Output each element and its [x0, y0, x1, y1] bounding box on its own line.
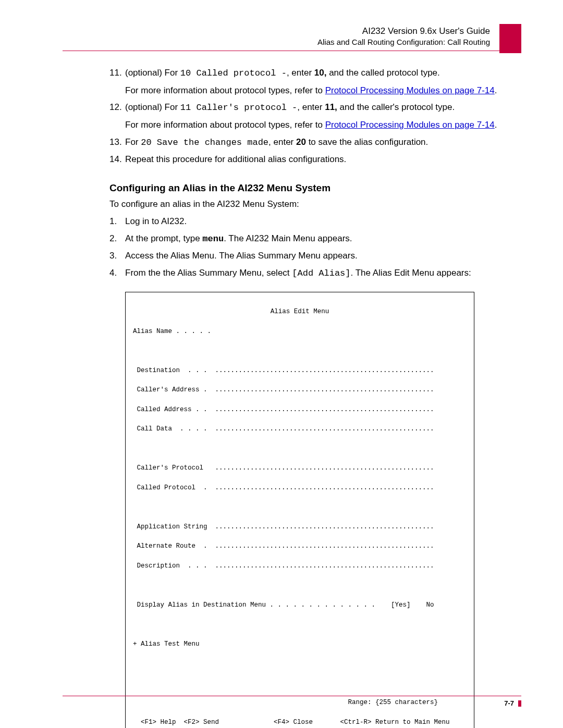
bold-text: 20 [296, 137, 306, 147]
text: , enter [297, 102, 325, 112]
section-intro: To configure an alias in the AI232 Menu … [109, 198, 506, 211]
code-text: 10 Called protocol - [180, 68, 287, 78]
menu-row-description: Description . . . ......................… [133, 561, 467, 571]
text: and the caller's protocol type. [337, 102, 455, 112]
page-header: AI232 Version 9.6x User's Guide Alias an… [63, 26, 521, 63]
step-text: Log in to AI232. [125, 215, 187, 228]
step-text: Access the Alias Menu. The Alias Summary… [125, 250, 358, 263]
page-number: 7-7 [63, 699, 521, 707]
step-text: From the the Alias Summary Menu, select … [125, 267, 471, 280]
substep-4: 4. From the the Alias Summary Menu, sele… [109, 267, 506, 280]
menu-row-display-alias: Display Alias in Destination Menu . . . … [133, 600, 467, 610]
code-text: 20 Save the changes made [141, 138, 268, 147]
section-heading: Configuring an Alias in the AI232 Menu S… [109, 181, 506, 195]
bold-text: 11, [325, 102, 337, 112]
bold-text: 10, [314, 68, 327, 78]
text: For [125, 137, 141, 147]
text: For more information about protocol type… [125, 85, 325, 95]
text: (optional) For [125, 68, 180, 78]
text: From the the Alias Summary Menu, select [125, 268, 292, 278]
header-subtitle: Alias and Call Routing Configuration: Ca… [63, 38, 521, 46]
substep-1: 1. Log in to AI232. [109, 215, 506, 228]
text: , enter [268, 137, 296, 147]
text: For more information about protocol type… [125, 120, 325, 130]
step-text: Repeat this procedure for additional ali… [125, 153, 346, 166]
step-number: 1. [109, 215, 125, 228]
menu-row-alternate-route: Alternate Route . ......................… [133, 541, 467, 551]
menu-row-alias-name: Alias Name . . . . . [133, 327, 467, 337]
footer-rule [63, 696, 521, 696]
text: At the prompt, type [125, 233, 202, 243]
step-text: At the prompt, type menu. The AI232 Main… [125, 232, 352, 246]
step-12: 12. (optional) For 11 Caller's protocol … [109, 101, 506, 115]
step-text: For 20 Save the changes made, enter 20 t… [125, 136, 428, 150]
code-text: 11 Caller's protocol - [180, 103, 297, 113]
header-accent-block [499, 24, 521, 53]
menu-footer-keys: <F1> Help <F2> Send <F4> Close <Ctrl-R> … [133, 718, 467, 727]
step-number: 11. [109, 67, 125, 80]
menu-row-call-data: Call Data . . . . ......................… [133, 424, 467, 434]
header-rule [63, 51, 521, 51]
substep-2: 2. At the prompt, type menu. The AI232 M… [109, 232, 506, 246]
step-number: 12. [109, 101, 125, 115]
text: (optional) For [125, 102, 180, 112]
step-11-detail: For more information about protocol type… [125, 84, 506, 97]
step-11: 11. (optional) For 10 Called protocol -,… [109, 67, 506, 80]
code-text: [Add Alias] [292, 268, 350, 278]
substep-3: 3. Access the Alias Menu. The Alias Summ… [109, 250, 506, 263]
step-12-detail: For more information about protocol type… [125, 119, 506, 132]
step-number: 4. [109, 267, 125, 280]
step-number: 2. [109, 232, 125, 246]
text: to save the alias configuration. [306, 137, 428, 147]
menu-row-callers-address: Caller's Address . .....................… [133, 385, 467, 395]
alias-edit-menu: Alias Edit Menu Alias Name . . . . . Des… [125, 292, 474, 728]
step-number: 3. [109, 250, 125, 263]
protocol-modules-link[interactable]: Protocol Processing Modules on page 7-14 [325, 85, 495, 95]
menu-row-application-string: Application String .....................… [133, 522, 467, 532]
menu-row-called-address: Called Address . . .....................… [133, 405, 467, 415]
menu-row-test-menu: + Alias Test Menu [133, 639, 467, 649]
menu-title: Alias Edit Menu [133, 307, 467, 317]
step-number: 14. [109, 153, 125, 166]
content-body: 11. (optional) For 10 Called protocol -,… [63, 67, 521, 728]
text: and the called protocol type. [326, 68, 439, 78]
step-14: 14. Repeat this procedure for additional… [109, 153, 506, 166]
protocol-modules-link[interactable]: Protocol Processing Modules on page 7-14 [325, 120, 495, 130]
page: AI232 Version 9.6x User's Guide Alias an… [0, 0, 563, 728]
text: , enter [287, 68, 314, 78]
text: . The Alias Edit Menu appears: [351, 268, 471, 278]
text: . The AI232 Main Menu appears. [224, 233, 352, 243]
step-text: (optional) For 11 Caller's protocol -, e… [125, 101, 455, 115]
code-text: menu [202, 234, 224, 244]
step-number: 13. [109, 136, 125, 150]
header-title: AI232 Version 9.6x User's Guide [63, 26, 521, 36]
step-text: (optional) For 10 Called protocol -, ent… [125, 67, 440, 80]
page-footer: 7-7 [63, 696, 521, 707]
menu-row-destination: Destination . . . ......................… [133, 366, 467, 376]
menu-row-called-protocol: Called Protocol . ......................… [133, 483, 467, 493]
menu-row-callers-protocol: Caller's Protocol ......................… [133, 463, 467, 473]
step-13: 13. For 20 Save the changes made, enter … [109, 136, 506, 150]
